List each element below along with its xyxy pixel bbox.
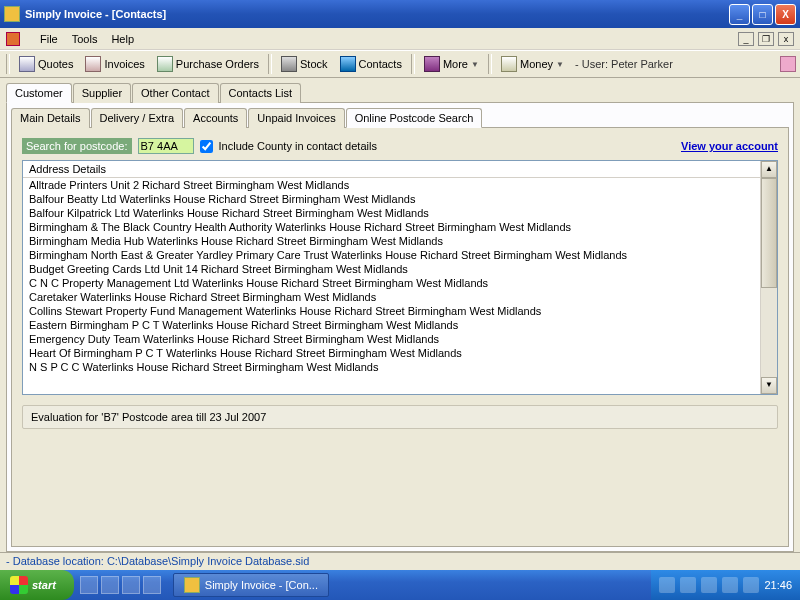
tab-delivery-extra[interactable]: Delivery / Extra [91,108,184,128]
address-result-row[interactable]: Budget Greeting Cards Ltd Unit 14 Richar… [29,262,754,276]
system-tray: 21:46 [651,570,800,600]
toolbar-money-label: Money [520,58,553,70]
tab-unpaid-invoices[interactable]: Unpaid Invoices [248,108,344,128]
status-bar: - Database location: C:\Database\Simply … [0,552,800,570]
toolbar-contacts[interactable]: Contacts [335,54,407,74]
address-result-row[interactable]: Birmingham & The Black Country Health Au… [29,220,754,234]
windows-logo-icon [10,576,28,594]
address-result-row[interactable]: Caretaker Waterlinks House Richard Stree… [29,290,754,304]
scroll-up-button[interactable]: ▲ [761,161,777,178]
tray-icon[interactable] [680,577,696,593]
mdi-restore-button[interactable]: ❐ [758,32,774,46]
address-result-row[interactable]: Emergency Duty Team Waterlinks House Ric… [29,332,754,346]
menu-help[interactable]: Help [111,33,134,45]
tray-icon[interactable] [659,577,675,593]
include-county-checkbox[interactable] [200,140,213,153]
tab-accounts[interactable]: Accounts [184,108,247,128]
quick-launch-icon[interactable] [143,576,161,594]
window-close-button[interactable]: X [775,4,796,25]
toolbar-po-label: Purchase Orders [176,58,259,70]
taskbar-app-button[interactable]: Simply Invoice - [Con... [173,573,329,597]
tray-icon[interactable] [701,577,717,593]
scroll-thumb[interactable] [761,178,777,288]
toolbar-more[interactable]: More▼ [419,54,484,74]
address-result-row[interactable]: Balfour Kilpatrick Ltd Waterlinks House … [29,206,754,220]
tab-online-postcode-search[interactable]: Online Postcode Search [346,108,483,128]
tab-supplier[interactable]: Supplier [73,83,131,103]
quick-launch-icon[interactable] [80,576,98,594]
toolbar-stock-label: Stock [300,58,328,70]
toolbar-more-label: More [443,58,468,70]
contacts-icon [340,56,356,72]
quotes-icon [19,56,35,72]
address-result-row[interactable]: C N C Property Management Ltd Waterlinks… [29,276,754,290]
toolbar-invoices-label: Invoices [104,58,144,70]
start-button[interactable]: start [0,570,74,600]
window-minimize-button[interactable]: _ [729,4,750,25]
include-county-label: Include County in contact details [219,140,377,152]
evaluation-notice: Evaluation for 'B7' Postcode area till 2… [22,405,778,429]
more-icon [424,56,440,72]
toolbar-quotes-label: Quotes [38,58,73,70]
window-title: Simply Invoice - [Contacts] [25,8,729,20]
window-maximize-button[interactable]: □ [752,4,773,25]
postcode-input[interactable] [138,138,194,154]
menu-bar: File Tools Help _ ❐ x [0,28,800,50]
customer-detail-tabs: Main Details Delivery / Extra Accounts U… [11,107,789,127]
address-result-row[interactable]: Alltrade Printers Unit 2 Richard Street … [29,178,754,192]
address-results-list: Address Details Alltrade Printers Unit 2… [22,160,778,395]
tab-contacts-list[interactable]: Contacts List [220,83,302,103]
toolbar-contacts-label: Contacts [359,58,402,70]
tab-customer[interactable]: Customer [6,83,72,103]
start-label: start [32,579,56,591]
address-result-row[interactable]: Birmingham North East & Greater Yardley … [29,248,754,262]
menu-file[interactable]: File [40,33,58,45]
windows-taskbar: start Simply Invoice - [Con... 21:46 [0,570,800,600]
address-list-header: Address Details [23,161,760,178]
purchase-orders-icon [157,56,173,72]
toolbar: Quotes Invoices Purchase Orders Stock Co… [0,50,800,78]
tray-icon[interactable] [743,577,759,593]
clock: 21:46 [764,579,792,591]
quick-launch [74,576,167,594]
quick-launch-icon[interactable] [101,576,119,594]
quick-launch-icon[interactable] [122,576,140,594]
mdi-child-icon [6,32,20,46]
toolbar-invoices[interactable]: Invoices [80,54,149,74]
address-result-row[interactable]: Collins Stewart Property Fund Management… [29,304,754,318]
taskbar-app-label: Simply Invoice - [Con... [205,579,318,591]
address-result-row[interactable]: Eastern Birmingham P C T Waterlinks Hous… [29,318,754,332]
toolbar-overflow-icon[interactable] [780,56,796,72]
money-icon [501,56,517,72]
toolbar-purchase-orders[interactable]: Purchase Orders [152,54,264,74]
view-your-account-link[interactable]: View your account [681,140,778,152]
contact-type-tabs: Customer Supplier Other Contact Contacts… [6,82,794,102]
window-titlebar: Simply Invoice - [Contacts] _ □ X [0,0,800,28]
toolbar-money[interactable]: Money▼ [496,54,569,74]
mdi-close-button[interactable]: x [778,32,794,46]
mdi-minimize-button[interactable]: _ [738,32,754,46]
tray-icon[interactable] [722,577,738,593]
chevron-down-icon: ▼ [471,60,479,69]
tab-other-contact[interactable]: Other Contact [132,83,218,103]
stock-icon [281,56,297,72]
address-list-scrollbar[interactable]: ▲ ▼ [760,161,777,394]
tab-main-details[interactable]: Main Details [11,108,90,128]
address-result-row[interactable]: Balfour Beatty Ltd Waterlinks House Rich… [29,192,754,206]
search-postcode-label: Search for postcode: [22,138,132,154]
scroll-down-button[interactable]: ▼ [761,377,777,394]
chevron-down-icon: ▼ [556,60,564,69]
address-result-row[interactable]: N S P C C Waterlinks House Richard Stree… [29,360,754,374]
app-icon [4,6,20,22]
toolbar-stock[interactable]: Stock [276,54,333,74]
invoices-icon [85,56,101,72]
menu-tools[interactable]: Tools [72,33,98,45]
address-result-row[interactable]: Birmingham Media Hub Waterlinks House Ri… [29,234,754,248]
toolbar-quotes[interactable]: Quotes [14,54,78,74]
address-result-row[interactable]: Heart Of Birmingham P C T Waterlinks Hou… [29,346,754,360]
user-label: - User: Peter Parker [575,58,673,70]
taskbar-app-icon [184,577,200,593]
